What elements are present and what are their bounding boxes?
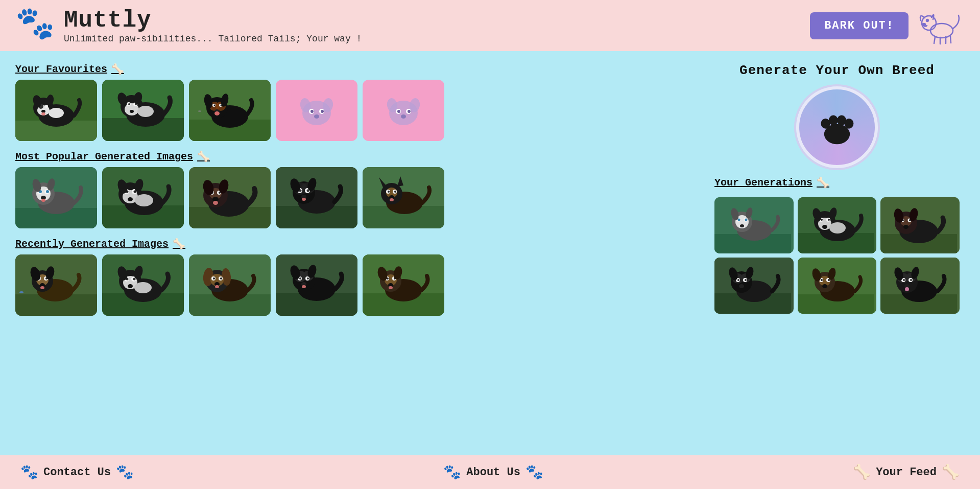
svg-point-153 <box>133 278 136 281</box>
svg-point-32 <box>130 110 134 113</box>
fav-image-2[interactable] <box>102 80 184 141</box>
svg-point-235 <box>909 219 911 221</box>
pop-image-2[interactable] <box>102 167 184 228</box>
svg-point-181 <box>306 264 318 278</box>
svg-point-37 <box>209 102 220 111</box>
rec-image-2[interactable] <box>102 254 184 316</box>
your-feed-link[interactable]: 🦴 Your Feed 🦴 <box>853 463 960 481</box>
pop-dog-svg-4 <box>276 167 357 228</box>
svg-point-247 <box>743 278 747 282</box>
svg-rect-227 <box>880 197 957 253</box>
about-us-link[interactable]: 🐾 About Us 🐾 <box>443 463 543 481</box>
gen-image-1[interactable] <box>714 197 794 253</box>
svg-point-263 <box>822 284 827 288</box>
rec-image-3[interactable] <box>189 254 271 316</box>
svg-rect-91 <box>189 207 271 228</box>
gen-dog-svg-1 <box>714 197 791 253</box>
rec-dog-svg-1 <box>15 254 97 316</box>
svg-point-201 <box>844 119 853 129</box>
pop-image-5[interactable] <box>363 167 444 228</box>
svg-point-108 <box>301 182 315 194</box>
svg-point-242 <box>731 271 752 293</box>
gen-image-3[interactable] <box>880 197 960 253</box>
svg-point-187 <box>380 270 401 292</box>
svg-point-149 <box>134 282 152 293</box>
svg-point-124 <box>393 190 397 194</box>
svg-point-192 <box>394 277 396 280</box>
fav-placeholder-2[interactable] <box>363 80 444 141</box>
svg-point-172 <box>298 277 336 301</box>
pop-image-3[interactable] <box>189 167 271 228</box>
gen-image-6[interactable] <box>880 258 960 314</box>
generate-breed-button[interactable] <box>796 86 878 168</box>
svg-point-193 <box>376 266 389 282</box>
svg-point-100 <box>218 178 230 195</box>
svg-rect-240 <box>714 293 791 314</box>
svg-point-26 <box>127 102 131 106</box>
dog-face-placeholder-svg-1 <box>296 90 337 131</box>
svg-point-46 <box>214 111 220 115</box>
svg-point-163 <box>210 274 224 286</box>
rec-image-4[interactable] <box>276 254 357 316</box>
pop-dog-svg-3 <box>189 167 271 228</box>
svg-point-141 <box>40 283 45 287</box>
bark-out-button[interactable]: BARK OUT! <box>810 12 909 39</box>
svg-rect-215 <box>798 233 874 253</box>
svg-point-274 <box>893 266 905 282</box>
svg-point-66 <box>38 192 75 214</box>
svg-point-13 <box>49 108 64 118</box>
svg-point-54 <box>321 110 324 113</box>
svg-point-29 <box>135 103 137 105</box>
svg-rect-143 <box>19 291 23 293</box>
recent-image-row <box>15 254 694 316</box>
svg-point-244 <box>740 273 751 283</box>
bone-icon-recent: 🦴 <box>173 238 185 250</box>
svg-point-85 <box>132 189 137 194</box>
recent-title: Recently Generated Images 🦴 <box>15 238 694 250</box>
svg-point-136 <box>38 277 40 280</box>
svg-point-257 <box>819 278 823 282</box>
svg-point-25 <box>137 106 154 117</box>
svg-point-178 <box>305 276 309 281</box>
popular-image-row <box>15 167 694 228</box>
svg-point-246 <box>737 279 739 281</box>
fav-placeholder-1[interactable] <box>276 80 357 141</box>
gen-image-5[interactable] <box>798 258 877 314</box>
svg-point-83 <box>124 189 129 194</box>
gen-image-2[interactable] <box>798 197 877 253</box>
svg-rect-145 <box>102 293 184 316</box>
svg-point-220 <box>819 218 823 222</box>
svg-point-45 <box>214 109 220 113</box>
svg-point-31 <box>132 91 144 105</box>
svg-point-38 <box>216 102 226 111</box>
fav-image-1[interactable] <box>15 80 97 141</box>
generate-paw-svg <box>814 104 860 150</box>
svg-point-30 <box>116 91 129 107</box>
svg-rect-131 <box>15 294 97 316</box>
rec-dog-svg-4 <box>276 254 357 316</box>
svg-point-7 <box>926 19 928 21</box>
svg-point-210 <box>745 219 748 221</box>
svg-point-84 <box>126 191 129 193</box>
bone-icon-gen: 🦴 <box>817 176 829 189</box>
svg-point-73 <box>31 178 42 193</box>
svg-line-2 <box>934 37 935 43</box>
svg-point-272 <box>909 278 913 282</box>
svg-point-176 <box>298 276 302 281</box>
pop-image-1[interactable] <box>15 167 97 228</box>
svg-point-105 <box>298 190 336 214</box>
contact-us-link[interactable]: 🐾 Contact Us 🐾 <box>20 463 134 481</box>
svg-point-137 <box>44 276 48 281</box>
dog-photo-svg-3 <box>189 80 271 141</box>
rec-image-1[interactable] <box>15 254 97 316</box>
svg-point-167 <box>220 277 222 280</box>
fav-image-3[interactable] <box>189 80 271 141</box>
svg-point-11 <box>33 98 54 118</box>
svg-rect-239 <box>714 258 791 314</box>
pop-image-4[interactable] <box>276 167 357 228</box>
gen-image-4[interactable] <box>714 258 794 314</box>
rec-image-5[interactable] <box>363 254 444 316</box>
svg-point-182 <box>301 282 306 286</box>
svg-point-217 <box>814 211 835 232</box>
svg-rect-184 <box>363 254 444 316</box>
